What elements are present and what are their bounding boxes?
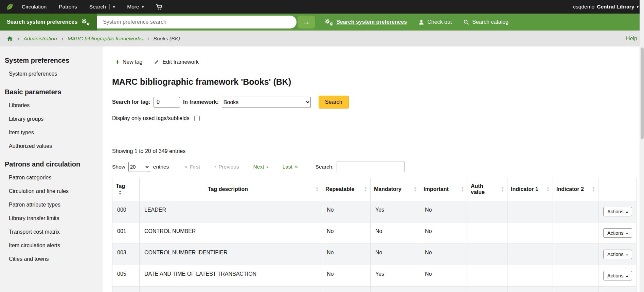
column-header[interactable]: Mandatory ▲▼ (371, 178, 420, 201)
column-header[interactable]: Important ▲▼ (420, 178, 467, 201)
table-head: Tag ▲▼ Tag description ▲▼ Repeatable ▲▼ (112, 178, 637, 201)
sidebar-link[interactable]: System preferences (5, 67, 98, 81)
sidebar-item: Item types (5, 126, 98, 139)
framework-select[interactable]: Books (222, 97, 311, 108)
sidebar-heading-patrons-circulation: Patrons and circulation (5, 160, 98, 168)
gears-icon (82, 19, 90, 26)
cell-tag-description: LEADER (140, 201, 322, 222)
pager-last-button[interactable]: Last » (280, 162, 301, 172)
sidebar-link[interactable]: Library groups (5, 112, 98, 126)
gears-icon (325, 19, 333, 26)
quick-link-search-system-preferences[interactable]: Search system preferences (325, 19, 407, 26)
caret-up-icon: ▴ (626, 210, 628, 213)
tag-search-form: Search for tag: In framework: Books Sear… (112, 96, 637, 109)
search-submit-button[interactable]: → (298, 16, 315, 28)
home-link[interactable] (7, 36, 13, 42)
edit-framework-button[interactable]: Edit framework (150, 57, 202, 67)
search-icon (463, 19, 469, 25)
sidebar-link[interactable]: Patron attribute types (5, 198, 98, 212)
cell-indicator-1 (507, 201, 553, 222)
column-header[interactable]: Indicator 1 ▲▼ (507, 178, 553, 201)
quick-link-check-out[interactable]: Check out (418, 19, 452, 25)
sidebar-link[interactable]: Libraries (5, 99, 98, 112)
cell-indicator-2 (553, 265, 598, 286)
quick-link-search-catalog[interactable]: Search catalog (463, 19, 508, 25)
cell-tag: 003 (112, 244, 140, 265)
search-preferences-tab[interactable]: Search system preferences (0, 14, 97, 31)
actions-button[interactable]: Actions ▴ (603, 207, 632, 216)
breadcrumb-administration[interactable]: Administration (23, 36, 57, 42)
sidebar-item: Authorized values (5, 139, 98, 153)
cell-auth-value (467, 222, 507, 244)
sidebar-link[interactable]: Item circulation alerts (5, 239, 98, 252)
pager-first-button[interactable]: « First (182, 162, 203, 172)
page-toolbar: + New tag Edit framework (112, 57, 637, 67)
column-header[interactable]: Auth value ▲▼ (467, 178, 507, 201)
display-only-label: Display only used tags/subfields (112, 115, 190, 121)
home-icon (7, 36, 13, 42)
cell-mandatory: Yes (371, 265, 420, 286)
caret-down-icon: ▾ (113, 5, 115, 9)
page-size-select[interactable]: 20 (128, 162, 150, 172)
display-only-checkbox[interactable] (194, 116, 200, 121)
sidebar-link[interactable]: Transport cost matrix (5, 225, 98, 239)
actions-button[interactable]: Actions ▴ (603, 228, 632, 238)
marc-tags-table: Tag ▲▼ Tag description ▲▼ Repeatable ▲▼ (112, 178, 637, 292)
pager-next-button[interactable]: Next › (251, 162, 271, 172)
nav-more[interactable]: More▾ (127, 4, 144, 10)
table-info: Showing 1 to 20 of 349 entries (112, 148, 637, 154)
cell-auth-value (467, 201, 507, 222)
nav-circulation[interactable]: Circulation (22, 4, 47, 10)
sidebar-link[interactable]: Library transfer limits (5, 212, 98, 225)
breadcrumb-marc-frameworks[interactable]: MARC bibliographic frameworks (68, 36, 143, 42)
user-menu[interactable]: csqdemo Central Library ▾ (573, 4, 639, 10)
header-quick-links: Search system preferences Check out Sear… (325, 19, 508, 26)
cell-indicator-1 (507, 222, 553, 244)
sidebar-item: Library transfer limits (5, 212, 98, 225)
cart-icon (156, 4, 162, 10)
user-library: Central Library (597, 4, 634, 10)
sort-icon: ▲▼ (364, 186, 367, 192)
column-header[interactable]: Indicator 2 ▲▼ (553, 178, 598, 201)
help-link[interactable]: Help (626, 36, 637, 42)
sidebar-link[interactable]: Authorized values (5, 139, 98, 153)
actions-button[interactable]: Actions ▴ (603, 271, 632, 280)
table-row: 003 CONTROL NUMBER IDENTIFIER No No No A… (112, 244, 637, 265)
column-header[interactable]: Tag description ▲▼ (140, 178, 322, 201)
cart-button[interactable] (156, 4, 162, 10)
column-header[interactable]: Tag ▲▼ (112, 178, 140, 201)
table-search-input[interactable] (337, 161, 405, 172)
actions-button[interactable]: Actions ▴ (603, 250, 632, 259)
column-header[interactable]: ▲▼ (598, 178, 637, 201)
cell-actions: Actions ▴ (598, 244, 637, 265)
cell-auth-value (467, 244, 507, 265)
koha-logo-icon (5, 2, 14, 11)
pager-previous-button[interactable]: ‹ Previous (212, 162, 242, 172)
nav-search-dropdown[interactable]: ▾ (113, 5, 115, 9)
cell-repeatable: No (322, 201, 371, 222)
sidebar-link[interactable]: Patron categories (5, 171, 98, 184)
page-size-group: Show 20 entries (112, 162, 169, 172)
column-header[interactable]: Repeatable ▲▼ (322, 178, 371, 201)
table-row: 005 DATE AND TIME OF LATEST TRANSACTION … (112, 265, 637, 286)
sidebar-link[interactable]: Item types (5, 126, 98, 139)
cell-auth-value (467, 265, 507, 286)
new-tag-button[interactable]: + New tag (112, 57, 146, 67)
cell-indicator-1 (507, 265, 553, 286)
nav-search[interactable]: Search (89, 4, 106, 10)
cell-mandatory: No (371, 286, 420, 292)
sidebar-link[interactable]: Cities and towns (5, 252, 98, 266)
sidebar-item: System preferences (5, 67, 98, 81)
nav-patrons[interactable]: Patrons (59, 4, 77, 10)
koha-logo[interactable] (5, 2, 14, 11)
cell-tag-description: FIXED-LENGTH DATA ELEMENTS--ADDITIONAL M… (140, 286, 322, 292)
nav-search-split: Search ▾ (89, 4, 115, 10)
tag-search-input[interactable] (154, 97, 180, 108)
preference-search-input[interactable] (97, 16, 297, 28)
cell-auth-value (467, 286, 507, 292)
sidebar-heading-system-preferences: System preferences (5, 57, 98, 64)
scrollbar-thumb[interactable] (641, 47, 644, 139)
tag-search-button[interactable]: Search (319, 96, 349, 109)
sidebar-link[interactable]: Circulation and fine rules (5, 184, 98, 198)
vertical-scrollbar[interactable] (640, 0, 644, 292)
